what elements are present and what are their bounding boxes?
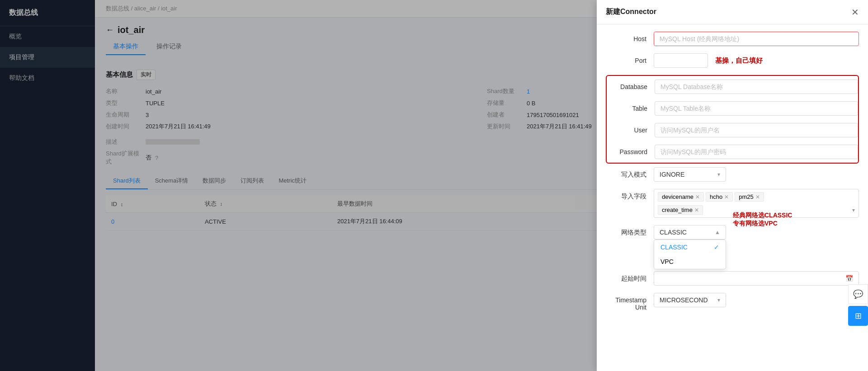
new-connector-drawer: 新建Connector ✕ Host Port 3306 基操，自己填好 [597,0,868,371]
table-row: Table [607,101,858,116]
password-label: Password [607,145,647,155]
user-label: User [607,123,647,134]
timestamp-unit-label: Timestamp Unit [606,293,646,311]
network-option-classic[interactable]: CLASSIC ✓ [654,240,726,254]
host-input[interactable] [654,32,859,46]
password-input[interactable] [655,145,858,159]
annotation-text: 基操，自己填好 [715,56,763,65]
import-fields-label: 导入字段 [606,189,646,201]
chat-icon-button[interactable]: 💬 [848,284,868,304]
tag-devicename-close-icon[interactable]: ✕ [695,194,700,200]
timestamp-unit-value: MICROSECOND [660,296,708,304]
tag-create-time: create_time ✕ [658,205,703,215]
database-row: Database [607,80,858,94]
network-type-value: CLASSIC [660,229,687,236]
password-row: Password [607,145,858,159]
drawer-title: 新建Connector [606,7,656,17]
table-label: Table [607,101,647,112]
network-option-vpc[interactable]: VPC [654,254,726,269]
grid-icon-button[interactable]: ⊞ [848,306,868,326]
network-type-chevron-icon: ▲ [715,229,720,235]
write-mode-select[interactable]: IGNORE ▾ [654,167,726,182]
tag-pm25-close-icon[interactable]: ✕ [755,194,760,200]
start-time-input[interactable]: 0:38:47 📅 [654,271,859,286]
network-type-select[interactable]: CLASSIC ▲ [654,225,726,240]
table-input[interactable] [655,101,858,116]
database-label: Database [607,80,647,90]
timestamp-unit-row: Timestamp Unit MICROSECOND ▾ [606,293,859,311]
tag-create-time-close-icon[interactable]: ✕ [694,207,699,213]
write-mode-value: IGNORE [660,171,684,178]
drawer-body: Host Port 3306 基操，自己填好 Database [597,24,868,371]
tag-hcho: hcho ✕ [706,192,733,202]
check-icon: ✓ [714,244,719,251]
write-mode-row: 写入模式 IGNORE ▾ [606,167,859,182]
write-mode-chevron-icon: ▾ [717,171,720,178]
network-type-row: 网络类型 CLASSIC ▲ CLASSIC ✓ VPC [606,225,859,240]
start-time-label: 起始时间 [606,271,646,283]
tag-hcho-close-icon[interactable]: ✕ [724,194,729,200]
timestamp-unit-select[interactable]: MICROSECOND ▾ [654,293,726,307]
network-type-label: 网络类型 [606,225,646,237]
user-row: User [607,123,858,137]
tag-pm25: pm25 ✕ [735,192,764,202]
write-mode-label: 写入模式 [606,167,646,179]
start-time-text-input[interactable]: 0:38:47 [660,275,842,282]
network-type-dropdown: CLASSIC ✓ VPC [654,240,726,269]
annotation-network: 经典网络选CLASSIC 专有网络选VPC [733,211,832,228]
right-icons-panel: 💬 ⊞ [848,284,868,326]
port-label: Port [606,53,646,64]
drawer-header: 新建Connector ✕ [597,0,868,24]
calendar-icon[interactable]: 📅 [845,275,853,282]
tag-devicename: devicename ✕ [658,192,704,202]
drawer-close-button[interactable]: ✕ [851,8,859,17]
tags-dropdown-icon[interactable]: ▾ [852,207,855,213]
host-row: Host [606,32,859,46]
port-input[interactable]: 3306 [654,53,708,68]
timestamp-unit-chevron-icon: ▾ [717,297,720,303]
database-input[interactable] [655,80,858,94]
start-time-row: 起始时间 0:38:47 📅 [606,271,859,286]
port-row: Port 3306 基操，自己填好 [606,53,859,68]
host-label: Host [606,32,646,42]
user-input[interactable] [655,123,858,137]
